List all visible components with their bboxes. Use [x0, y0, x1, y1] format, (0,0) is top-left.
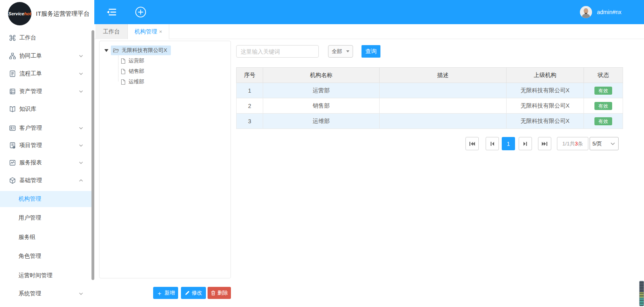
chevron-down-icon [79, 292, 83, 295]
select-caret-icon [346, 50, 349, 52]
sidebar-item-customers[interactable]: 客户管理 [0, 119, 91, 137]
file-icon [120, 58, 126, 64]
sidebar-item-basic-management[interactable]: 基础管理 [0, 172, 91, 189]
tree-expand-caret-icon[interactable] [104, 49, 108, 52]
keyword-search-input[interactable] [236, 45, 319, 58]
filter-select[interactable]: 全部 [328, 45, 353, 58]
sidebar-subitem-system-management[interactable]: 系统管理 [0, 286, 91, 302]
chevron-down-icon [79, 161, 83, 164]
dashboard-icon [9, 34, 16, 41]
tree-node-sales[interactable]: 销售部 [120, 66, 144, 76]
status-badge: 有效 [594, 102, 612, 110]
delete-button[interactable]: 删除 [208, 287, 231, 299]
tree-node-maintenance[interactable]: 运维部 [120, 77, 144, 87]
topbar: admin#nx [94, 0, 644, 24]
customer-card-icon [9, 124, 16, 132]
sidebar-item-collab-orders[interactable]: 协同工单 [0, 47, 91, 65]
tab-org-management[interactable]: 机构管理× [128, 24, 169, 39]
chevron-down-icon [79, 144, 83, 147]
sidebar-item-projects[interactable]: 项目管理 [0, 137, 91, 154]
tree-node-operations[interactable]: 运营部 [120, 56, 144, 66]
sidebar-subitem-service-group[interactable]: 服务组 [0, 229, 91, 245]
sidebar: Servicehot IT服务运营管理平台 工作台 协同工单 [0, 0, 94, 307]
col-header-name: 机构名称 [263, 68, 380, 83]
chevron-down-icon [611, 142, 615, 145]
logo-text-service: Service [8, 11, 24, 16]
sidebar-item-assets[interactable]: 资产管理 [0, 83, 91, 100]
file-icon [120, 79, 126, 85]
next-page-button[interactable] [519, 137, 532, 150]
user-menu[interactable]: admin#nx [580, 0, 621, 24]
first-page-button[interactable] [465, 137, 479, 150]
new-tab-plus-icon[interactable] [135, 6, 147, 18]
page-size-value: 5/页 [592, 140, 602, 147]
collapse-sidebar-icon[interactable] [106, 8, 117, 17]
org-chart-icon [9, 52, 16, 60]
widget-stripes-teal [640, 298, 644, 306]
org-tree-panel: 无限科技有限公司X 运营部 销售部 运维部 [99, 41, 231, 278]
folder-open-icon [113, 48, 119, 53]
table-row[interactable]: 3 运维部 无限科技有限公司X 有效 [237, 114, 623, 129]
page-size-select[interactable]: 5/页 [590, 137, 619, 150]
main-content: 无限科技有限公司X 运营部 销售部 运维部 全部 查询 [94, 39, 644, 307]
tree-connector-line [118, 56, 118, 81]
project-doc-icon [9, 142, 16, 149]
sidebar-item-service-reports[interactable]: 服务报表 [0, 154, 91, 172]
org-table: 序号 机构名称 描述 上级机构 状态 1 运营部 无限科技有限公司X 有效 2 … [236, 67, 623, 129]
chevron-down-icon [79, 90, 83, 93]
trash-icon [211, 290, 216, 296]
pagination-info: 1/1共3条 [557, 137, 588, 150]
tree-root-node[interactable]: 无限科技有限公司X [104, 46, 171, 55]
asset-server-icon [9, 88, 16, 95]
sidebar-subitem-operation-time[interactable]: 运营时间管理 [0, 268, 91, 284]
sidebar-item-knowledge-base[interactable]: 知识库 [0, 100, 91, 118]
prev-page-button[interactable] [486, 137, 499, 150]
chevron-down-icon [79, 72, 83, 75]
col-header-status: 状态 [584, 68, 623, 83]
logo-text-hot: hot [24, 11, 31, 16]
col-header-parent: 上级机构 [507, 68, 584, 83]
close-tab-icon[interactable]: × [159, 29, 162, 35]
servicehot-logo: Servicehot [8, 2, 31, 25]
sidebar-subitem-org-management[interactable]: 机构管理 [0, 191, 94, 207]
flow-doc-icon [9, 70, 16, 77]
widget-stripes-gray [640, 281, 644, 292]
add-button[interactable]: ＋ 新增 [153, 287, 178, 299]
cube-icon [9, 177, 16, 184]
filter-select-value: 全部 [332, 48, 342, 55]
status-badge: 有效 [594, 87, 612, 95]
plus-icon: ＋ [156, 290, 162, 296]
tab-workbench[interactable]: 工作台 [96, 24, 128, 39]
avatar [580, 6, 592, 18]
sidebar-item-workbench[interactable]: 工作台 [0, 29, 91, 47]
corner-extension-widget[interactable] [639, 281, 644, 306]
book-icon [9, 106, 16, 113]
sidebar-subitem-role-management[interactable]: 角色管理 [0, 248, 91, 264]
status-badge: 有效 [594, 117, 612, 125]
widget-stripes-yellow [640, 292, 644, 298]
chevron-down-icon [79, 127, 83, 130]
query-button[interactable]: 查询 [361, 45, 380, 58]
last-page-button[interactable] [538, 137, 551, 150]
username: admin#nx [597, 9, 621, 15]
table-row[interactable]: 1 运营部 无限科技有限公司X 有效 [237, 83, 623, 98]
chevron-up-icon [79, 179, 83, 182]
sidebar-subitem-user-management[interactable]: 用户管理 [0, 210, 91, 226]
sidebar-scrollbar[interactable] [91, 30, 94, 280]
file-icon [120, 68, 126, 75]
report-chart-icon [9, 159, 16, 166]
tree-root-selected[interactable]: 无限科技有限公司X [111, 46, 171, 55]
app-title: IT服务运营管理平台 [36, 10, 89, 18]
chevron-down-icon [79, 54, 83, 58]
col-header-desc: 描述 [380, 68, 507, 83]
sidebar-item-process-orders[interactable]: 流程工单 [0, 65, 91, 83]
table-row[interactable]: 2 销售部 无限科技有限公司X 有效 [237, 98, 623, 114]
pencil-icon [185, 290, 190, 295]
page-1-button[interactable]: 1 [502, 137, 515, 150]
tabbar: 工作台 机构管理× [94, 24, 644, 39]
edit-button[interactable]: 修改 [181, 287, 206, 299]
table-header-row: 序号 机构名称 描述 上级机构 状态 [237, 68, 623, 83]
logo-area: Servicehot IT服务运营管理平台 [0, 0, 94, 27]
col-header-seq: 序号 [237, 68, 263, 83]
